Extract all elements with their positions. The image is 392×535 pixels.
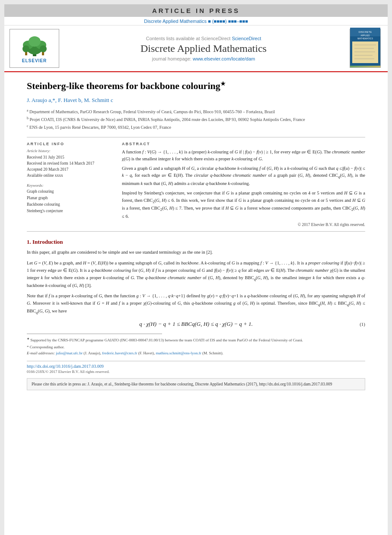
journal-cover-svg: DISCRETE APPLIED MATHEMATICS — [350, 28, 380, 66]
svg-text:DISCRETE: DISCRETE — [359, 31, 372, 33]
svg-text:MATHEMATICS: MATHEMATICS — [357, 37, 373, 40]
intro-p3: Note that if f is a proper k-colouring o… — [27, 293, 365, 315]
section-title-text: Introduction — [32, 239, 63, 245]
article-info-abstract: ARTICLE INFO Article history: Received 3… — [27, 142, 365, 227]
article-info-label: ARTICLE INFO — [27, 142, 113, 146]
svg-rect-14 — [352, 41, 378, 63]
abstract-label: ABSTRACT — [122, 142, 365, 146]
header-section: ELSEVIER Contents lists available at Sci… — [4, 25, 388, 72]
article-in-press-banner: ARTICLE IN PRESS — [4, 4, 388, 17]
journal-cover-image: DISCRETE APPLIED MATHEMATICS — [350, 29, 381, 68]
homepage-url[interactable]: www.elsevier.com/locate/dam — [193, 56, 255, 61]
email-schmitt[interactable]: mathieu.schmitt@ens-lyon.fr — [156, 351, 201, 355]
page: ARTICLE IN PRESS Discrete Applied Mathem… — [4, 4, 388, 535]
journal-ref-text: Discrete Applied Mathematics ■ (■■■■) ■■… — [144, 19, 248, 24]
doi-link[interactable]: http://dx.doi.org/10.1016/j.dam.2017.03.… — [27, 364, 365, 369]
journal-homepage: journal homepage: www.elsevier.com/locat… — [152, 56, 255, 61]
email-havet[interactable]: frederic.havet@cnrs.fr — [102, 351, 137, 355]
introduction-heading: 1. Introduction — [27, 239, 365, 245]
footnotes: ★ Supported by the CNRS-FUNCAP programme… — [27, 337, 365, 357]
sciencedirect-prefix: Contents lists available at ScienceDirec… — [146, 36, 231, 41]
received-date: Received 31 July 2015 — [27, 154, 113, 160]
online-date: Available online xxxx — [27, 172, 113, 178]
doi-url[interactable]: http://dx.doi.org/10.1016/j.dam.2017.03.… — [27, 364, 104, 369]
affiliations: a Department of Mathematics, ParGO Resea… — [27, 108, 365, 131]
elsevier-tree-icon — [17, 34, 52, 57]
svg-point-4 — [29, 36, 41, 47]
affiliation-b: b Projet COATI, I3S (CNRS & University d… — [27, 116, 365, 123]
divider-1 — [27, 137, 365, 137]
intro-p1: In this paper, all graphs are considered… — [27, 249, 365, 256]
abstract-p1: A function f : V(G) → {1, . . . , k} is … — [122, 149, 365, 163]
journal-title: Discrete Applied Mathematics — [140, 43, 267, 54]
abstract-column: ABSTRACT A function f : V(G) → {1, . . .… — [122, 142, 365, 227]
copyright-line: © 2017 Elsevier B.V. All rights reserved… — [122, 223, 365, 227]
article-info-column: ARTICLE INFO Article history: Received 3… — [27, 142, 113, 227]
formula-number: (1) — [360, 322, 365, 327]
intro-p2: Let G = (V, E) be a graph, and H = (V, E… — [27, 260, 365, 289]
revised-date: Received in revised form 14 March 2017 — [27, 160, 113, 166]
svg-text:APPLIED: APPLIED — [360, 34, 370, 37]
sciencedirect-link: Contents lists available at ScienceDirec… — [146, 36, 261, 41]
introduction-body: In this paper, all graphs are considered… — [27, 249, 365, 315]
citation-box: Please cite this article in press as: J.… — [27, 378, 365, 390]
sciencedirect-url[interactable]: ScienceDirect — [232, 36, 261, 41]
footnote-corresponding: * Corresponding author. — [27, 344, 365, 350]
footnote-divider — [27, 334, 162, 334]
paper-title-text: Steinberg-like theorems for backbone col… — [27, 80, 220, 91]
abstract-p3: Inspired by Steinberg's conjecture, we c… — [122, 190, 365, 220]
abstract-p2: Given a graph G and a subgraph H of G, a… — [122, 165, 365, 187]
article-history-label: Article history: — [27, 149, 113, 153]
elsevier-label: ELSEVIER — [22, 58, 47, 63]
keyword-4: Steinberg's conjecture — [27, 208, 113, 214]
main-content: Steinberg-like theorems for backbone col… — [4, 72, 388, 397]
keyword-2: Planar graph — [27, 195, 113, 201]
authors-text: J. Araujo a,*, F. Havet b, M. Schmitt c — [27, 97, 113, 103]
svg-point-6 — [22, 45, 29, 52]
formula-1: q · χ(H) − q + 1 ≤ BBCq(G, H) ≤ q · χ(G)… — [27, 321, 365, 328]
citation-text: Please cite this article in press as: J.… — [32, 382, 332, 386]
issn-text: 0166-218X/© 2017 Elsevier B.V. All right… — [27, 369, 365, 374]
banner-text: ARTICLE IN PRESS — [152, 7, 240, 14]
divider-2 — [27, 231, 365, 232]
abstract-text: A function f : V(G) → {1, . . . , k} is … — [122, 149, 365, 220]
section-number: 1. — [27, 239, 31, 245]
header-center: Contents lists available at ScienceDirec… — [64, 29, 344, 68]
accepted-date: Accepted 20 March 2017 — [27, 166, 113, 172]
elsevier-logo-container: ELSEVIER — [10, 29, 59, 68]
authors-line: J. Araujo a,*, F. Havet b, M. Schmitt c — [27, 97, 365, 104]
keyword-3: Backbone colouring — [27, 201, 113, 208]
footnote-email: E-mail addresses: julio@mat.ufc.br (J. A… — [27, 350, 365, 357]
keywords-label: Keywords: — [27, 183, 113, 188]
keywords-section: Keywords: Graph colouring Planar graph B… — [27, 183, 113, 215]
footnote-star: ★ Supported by the CNRS-FUNCAP programme… — [27, 337, 365, 344]
journal-cover-container: DISCRETE APPLIED MATHEMATICS — [348, 29, 382, 68]
homepage-label: journal homepage: — [152, 56, 191, 61]
paper-title: Steinberg-like theorems for backbone col… — [27, 80, 365, 92]
keyword-1: Graph colouring — [27, 188, 113, 195]
doi-bar: http://dx.doi.org/10.1016/j.dam.2017.03.… — [27, 361, 365, 374]
formula-content: q · χ(H) − q + 1 ≤ BBCq(G, H) ≤ q · χ(G)… — [139, 321, 253, 328]
affiliation-a: a Department of Mathematics, ParGO Resea… — [27, 108, 365, 115]
journal-ref-bar: Discrete Applied Mathematics ■ (■■■■) ■■… — [4, 17, 388, 25]
email-araujo[interactable]: julio@mat.ufc.br — [56, 351, 83, 355]
paper-title-footnote: ★ — [220, 80, 226, 87]
svg-point-8 — [40, 45, 47, 52]
affiliation-c: c ENS de Lyon, 15 parvis René Descartes,… — [27, 124, 365, 131]
